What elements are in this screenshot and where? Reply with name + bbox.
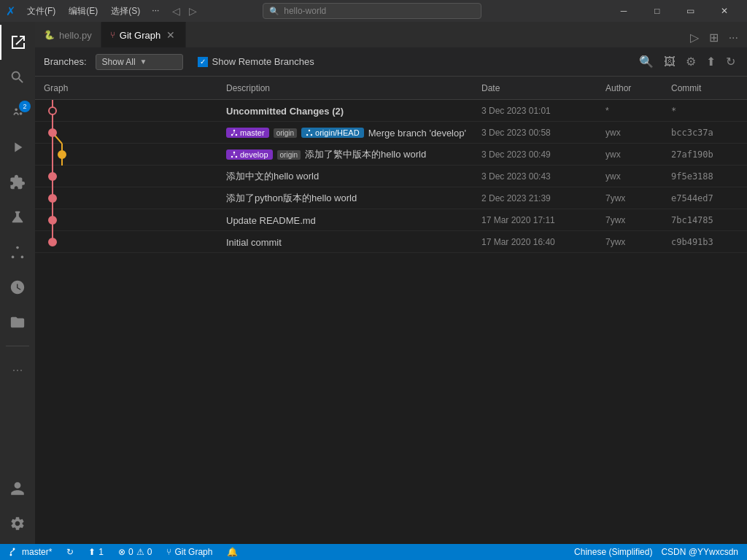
graph-cell-7bc14785 — [41, 209, 223, 231]
desc-cell-7bc14785: Update README.md — [223, 215, 479, 226]
layout-button[interactable]: ⊞ — [706, 28, 721, 47]
svg-point-19 — [233, 152, 236, 154]
commit-row-7bc14785[interactable]: Update README.md 17 Mar 2020 17:11 7ywx … — [35, 209, 747, 231]
status-sync[interactable]: ↻ — [63, 547, 77, 557]
header-author: Author — [603, 83, 668, 93]
activity-item-more[interactable]: ··· — [0, 352, 35, 387]
date-cell-e7544ed7: 2 Dec 2023 21:39 — [479, 193, 603, 203]
bell-icon: 🔔 — [227, 547, 238, 557]
search-icon: 🔍 — [269, 7, 279, 16]
more-button[interactable]: ··· — [726, 28, 741, 47]
branches-dropdown[interactable]: Show All ▼ — [96, 54, 183, 70]
minimize-button[interactable]: ─ — [607, 0, 640, 22]
view-icon[interactable]: 🖼 — [661, 52, 678, 71]
nav-back[interactable]: ◁ — [169, 4, 183, 18]
commit-desc-c9b491b3: Initial commit — [226, 237, 282, 248]
settings-icon[interactable]: ⚙ — [683, 52, 699, 71]
status-git-graph[interactable]: ⑂ Git Graph — [163, 547, 215, 557]
author-cell-7bc14785: 7ywx — [603, 215, 668, 225]
commit-cell-7bc14785: 7bc14785 — [668, 215, 741, 225]
desc-cell-27af190b: develop origin 添加了繁中版本的hello world — [223, 148, 479, 161]
search-commits-icon[interactable]: 🔍 — [636, 52, 657, 71]
commit-row-uncommitted[interactable]: Uncommitted Changes (2) 3 Dec 2023 01:01… — [35, 100, 747, 122]
tag-develop: develop — [226, 149, 273, 160]
activity-item-timeline[interactable] — [0, 270, 35, 305]
commit-row-c9b491b3[interactable]: Initial commit 17 Mar 2020 16:40 7ywx c9… — [35, 231, 747, 253]
desc-cell-bcc3c37a: master origin origin/HEAD Merge branch '… — [223, 128, 479, 139]
menu-file[interactable]: 文件(F) — [21, 4, 61, 19]
header-description: Description — [223, 83, 479, 93]
tab-hello-py[interactable]: 🐍 hello.py — [35, 22, 101, 47]
svg-point-18 — [58, 151, 66, 158]
tag-develop-origin: origin — [277, 150, 301, 160]
git-panel: Branches: Show All ▼ Show Remote Branche… — [35, 47, 747, 544]
search-bar[interactable]: 🔍 hello-world — [263, 3, 481, 19]
editor-area: 🐍 hello.py ⑂ Git Graph ✕ ▷ ⊞ ··· Branche… — [35, 22, 747, 544]
refresh-icon[interactable]: ↻ — [723, 52, 738, 71]
svg-point-1 — [12, 256, 15, 259]
author-cell-c9b491b3: 7ywx — [603, 237, 668, 247]
run-button[interactable]: ▷ — [687, 28, 702, 47]
status-bell[interactable]: 🔔 — [224, 547, 241, 557]
status-publish[interactable]: ⬆ 1 — [85, 547, 107, 557]
menu-more[interactable]: ··· — [147, 4, 163, 19]
close-button[interactable]: ✕ — [708, 0, 741, 22]
activity-item-files[interactable] — [0, 305, 35, 340]
push-icon[interactable]: ⬆ — [703, 52, 719, 71]
activity-item-settings[interactable] — [0, 506, 35, 541]
status-errors[interactable]: ⊗ 0 ⚠ 0 — [115, 547, 155, 557]
menu-edit[interactable]: 编辑(E) — [63, 4, 104, 19]
status-error-icon: ⊗ — [118, 547, 125, 557]
activity-item-test[interactable] — [0, 200, 35, 235]
commit-row-9f5e3188[interactable]: 添加中文的hello world 3 Dec 2023 00:43 ywx 9f… — [35, 166, 747, 187]
activity-item-extensions[interactable] — [0, 165, 35, 200]
graph-cell-c9b491b3 — [41, 231, 223, 253]
dropdown-arrow-icon: ▼ — [140, 58, 147, 66]
tab-toolbar: ▷ ⊞ ··· — [687, 28, 747, 47]
split-button[interactable]: ▭ — [674, 0, 708, 22]
graph-cell-e7544ed7 — [41, 187, 223, 209]
commit-cell-27af190b: 27af190b — [668, 149, 741, 160]
search-text: hello-world — [284, 6, 326, 16]
svg-point-7 — [49, 129, 56, 136]
commit-row-27af190b[interactable]: develop origin 添加了繁中版本的hello world 3 Dec… — [35, 144, 747, 166]
tab-hello-py-label: hello.py — [59, 30, 92, 41]
svg-point-0 — [16, 246, 19, 249]
window-controls: ─ □ ▭ ✕ — [607, 0, 741, 22]
commit-desc-7bc14785: Update README.md — [226, 215, 316, 226]
activity-item-explorer[interactable] — [0, 25, 35, 60]
activity-item-accounts[interactable] — [0, 471, 35, 506]
maximize-button[interactable]: □ — [640, 0, 674, 22]
activity-item-git-graph[interactable] — [0, 235, 35, 270]
commit-row-e7544ed7[interactable]: 添加了python版本的hello world 2 Dec 2023 21:39… — [35, 187, 747, 209]
menu-select[interactable]: 选择(S) — [105, 4, 146, 19]
svg-point-30 — [49, 238, 56, 246]
remote-branches-label: Show Remote Branches — [212, 56, 314, 67]
status-publish-icon: ⬆ — [88, 547, 96, 557]
status-git-graph-icon: ⑂ — [166, 547, 171, 557]
graph-cell-9f5e3188 — [41, 166, 223, 187]
author-cell-e7544ed7: 7ywx — [603, 193, 668, 203]
commit-row-bcc3c37a[interactable]: master origin origin/HEAD Merge branch '… — [35, 122, 747, 144]
date-cell-27af190b: 3 Dec 2023 00:49 — [479, 149, 603, 160]
remote-branches-checkbox[interactable] — [198, 57, 208, 67]
git-table-header: Graph Description Date Author Commit — [35, 77, 747, 100]
status-publish-count: 1 — [98, 547, 104, 557]
tab-git-graph[interactable]: ⑂ Git Graph ✕ — [101, 22, 186, 47]
svg-line-34 — [11, 550, 14, 552]
tab-git-graph-close[interactable]: ✕ — [165, 28, 177, 42]
nav-forward[interactable]: ▷ — [186, 4, 200, 18]
status-language[interactable]: Chinese (Simplified) — [571, 547, 655, 557]
svg-point-15 — [311, 134, 313, 136]
status-branch[interactable]: master* — [6, 547, 55, 557]
date-cell-9f5e3188: 3 Dec 2023 00:43 — [479, 171, 603, 182]
status-branch-name: master* — [22, 547, 52, 557]
svg-point-26 — [49, 195, 56, 202]
commit-desc-9f5e3188: 添加中文的hello world — [226, 170, 319, 183]
svg-point-28 — [49, 217, 56, 224]
branches-label: Branches: — [44, 56, 87, 67]
svg-point-14 — [306, 134, 309, 136]
activity-item-search[interactable] — [0, 60, 35, 95]
activity-item-run[interactable] — [0, 130, 35, 165]
activity-item-source-control[interactable]: 2 — [0, 95, 35, 130]
